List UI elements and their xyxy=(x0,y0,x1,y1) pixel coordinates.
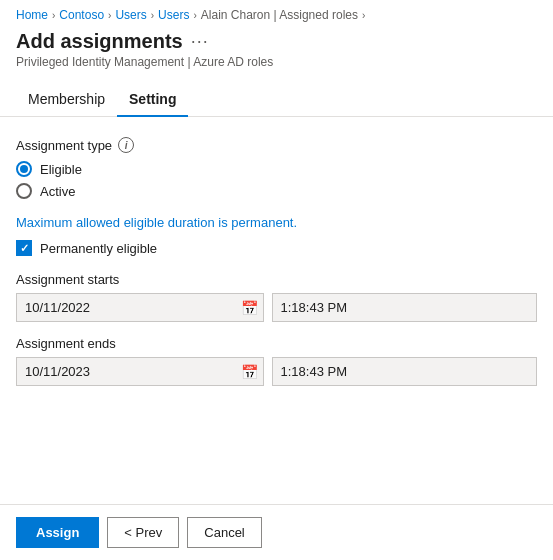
tab-membership[interactable]: Membership xyxy=(16,83,117,117)
checkmark-icon: ✓ xyxy=(20,243,29,254)
breadcrumb-contoso[interactable]: Contoso xyxy=(59,8,104,22)
page-title: Add assignments xyxy=(16,30,183,53)
breadcrumb-assigned-roles: Alain Charon | Assigned roles xyxy=(201,8,358,22)
permanently-eligible-label: Permanently eligible xyxy=(40,241,157,256)
assignment-ends-field: Assignment ends 📅 xyxy=(16,336,537,386)
prev-button[interactable]: < Prev xyxy=(107,517,179,548)
more-options-icon[interactable]: ··· xyxy=(191,31,209,52)
page-header: Add assignments ··· Privileged Identity … xyxy=(0,26,553,71)
radio-group-assignment-type: Eligible Active xyxy=(16,161,537,199)
radio-eligible-input[interactable] xyxy=(16,161,32,177)
assignment-starts-label: Assignment starts xyxy=(16,272,537,287)
assignment-ends-date-wrap: 📅 xyxy=(16,357,264,386)
page-subtitle: Privileged Identity Management | Azure A… xyxy=(16,55,537,69)
radio-eligible[interactable]: Eligible xyxy=(16,161,537,177)
footer: Assign < Prev Cancel xyxy=(0,504,553,560)
breadcrumb-home[interactable]: Home xyxy=(16,8,48,22)
tabs: Membership Setting xyxy=(0,83,553,117)
radio-active-label: Active xyxy=(40,184,75,199)
radio-active-input[interactable] xyxy=(16,183,32,199)
assignment-starts-time-input[interactable] xyxy=(272,293,538,322)
assignment-ends-date-input[interactable] xyxy=(16,357,264,386)
assignment-starts-field: Assignment starts 📅 xyxy=(16,272,537,322)
eligible-duration-info: Maximum allowed eligible duration is per… xyxy=(16,215,537,230)
breadcrumb-sep-5: › xyxy=(360,10,367,21)
assignment-starts-date-wrap: 📅 xyxy=(16,293,264,322)
assignment-type-label: Assignment type i xyxy=(16,137,537,153)
breadcrumb-sep-3: › xyxy=(149,10,156,21)
assignment-starts-inputs: 📅 xyxy=(16,293,537,322)
assignment-type-group: Assignment type i Eligible Active xyxy=(16,137,537,199)
breadcrumb-sep-2: › xyxy=(106,10,113,21)
radio-eligible-label: Eligible xyxy=(40,162,82,177)
permanently-eligible-checkbox[interactable]: ✓ xyxy=(16,240,32,256)
assign-button[interactable]: Assign xyxy=(16,517,99,548)
assignment-starts-date-input[interactable] xyxy=(16,293,264,322)
content-area: Assignment type i Eligible Active Maximu… xyxy=(0,117,553,416)
assignment-ends-time-input[interactable] xyxy=(272,357,538,386)
breadcrumb: Home › Contoso › Users › Users › Alain C… xyxy=(0,0,553,26)
breadcrumb-users1[interactable]: Users xyxy=(115,8,146,22)
radio-active[interactable]: Active xyxy=(16,183,537,199)
breadcrumb-users2[interactable]: Users xyxy=(158,8,189,22)
cancel-button[interactable]: Cancel xyxy=(187,517,261,548)
assignment-ends-label: Assignment ends xyxy=(16,336,537,351)
assignment-type-info-icon[interactable]: i xyxy=(118,137,134,153)
permanently-eligible-checkbox-item[interactable]: ✓ Permanently eligible xyxy=(16,240,537,256)
breadcrumb-sep-4: › xyxy=(191,10,198,21)
calendar-ends-icon[interactable]: 📅 xyxy=(241,364,258,380)
breadcrumb-sep-1: › xyxy=(50,10,57,21)
assignment-ends-inputs: 📅 xyxy=(16,357,537,386)
tab-setting[interactable]: Setting xyxy=(117,83,188,117)
calendar-starts-icon[interactable]: 📅 xyxy=(241,300,258,316)
